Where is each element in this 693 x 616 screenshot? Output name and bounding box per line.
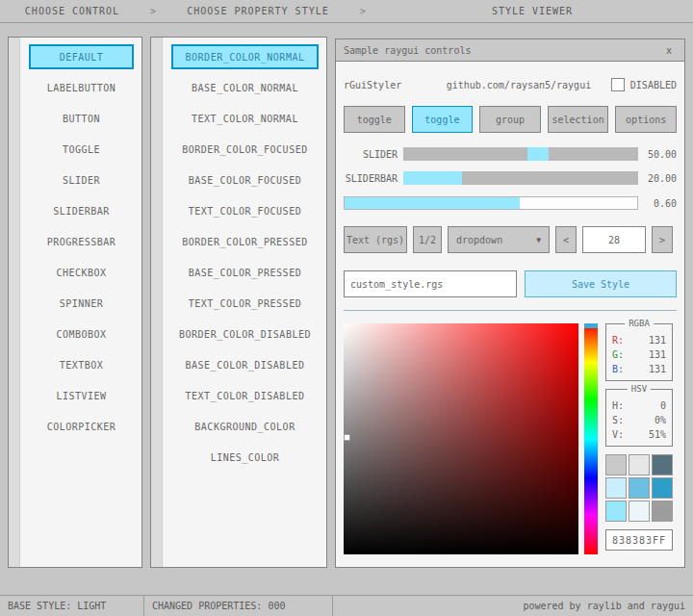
rgba-title: RGBA: [625, 319, 654, 328]
window-title: Sample raygui controls: [344, 45, 471, 56]
controls-list-panel: DEFAULT LABELBUTTON BUTTON TOGGLE SLIDER…: [8, 37, 142, 568]
color-selector-marker[interactable]: [344, 434, 350, 441]
toggle-group-item-4[interactable]: options: [615, 106, 677, 133]
spinner-decrement-button[interactable]: <: [555, 226, 577, 253]
hue-value: 0: [660, 398, 666, 413]
palette-swatch[interactable]: [652, 477, 673, 499]
status-powered-by: powered by raylib and raygui: [333, 596, 693, 616]
hue-bar[interactable]: [584, 323, 598, 554]
spinner-increment-button[interactable]: >: [652, 226, 673, 253]
control-item-button[interactable]: BUTTON: [29, 106, 134, 131]
value-label: V:: [612, 427, 624, 442]
half-toggle-button[interactable]: 1/2: [413, 226, 442, 253]
progressbar-value: 0.60: [638, 198, 677, 209]
controls-list-scrollbar[interactable]: [9, 38, 20, 567]
control-item-textbox[interactable]: TEXTBOX: [29, 352, 134, 377]
hex-color-value-box[interactable]: 838383FF: [605, 529, 673, 551]
control-item-sliderbar[interactable]: SLIDERBAR: [29, 198, 134, 223]
control-item-toggle[interactable]: TOGGLE: [29, 137, 134, 162]
red-value: 131: [649, 333, 666, 347]
chevron-right-icon: >: [144, 6, 162, 16]
green-value: 131: [649, 347, 666, 362]
palette-swatch[interactable]: [629, 454, 650, 475]
progressbar-fill: [345, 197, 520, 209]
slider-value: 50.00: [638, 149, 677, 160]
saturation-value: 0%: [654, 413, 666, 427]
window-title-bar[interactable]: Sample raygui controls x: [336, 39, 684, 62]
slider-track[interactable]: [403, 147, 638, 161]
palette-swatch[interactable]: [652, 500, 673, 522]
palette-swatch[interactable]: [605, 477, 627, 499]
hsv-groupbox: HSV H:0 S:0% V:51%: [605, 389, 673, 447]
text-rgs-button[interactable]: Text (rgs): [344, 226, 407, 253]
app-name-label: rGuiStyler: [344, 80, 426, 90]
control-item-combobox[interactable]: COMBOBOX: [29, 321, 134, 346]
palette-swatch[interactable]: [605, 454, 627, 475]
sliderbar-fill: [403, 171, 462, 185]
palette-swatch[interactable]: [605, 500, 627, 522]
sample-controls-window: Sample raygui controls x rGuiStyler gith…: [335, 38, 685, 568]
control-item-listview[interactable]: LISTVIEW: [29, 383, 134, 408]
close-icon[interactable]: x: [661, 45, 677, 56]
dropdown-label: dropdown: [456, 235, 502, 245]
property-item-text-color-normal[interactable]: TEXT_COLOR_NORMAL: [171, 106, 319, 131]
toggle-group: toggle toggle group selection options: [344, 106, 677, 133]
chevron-right-icon: >: [354, 6, 372, 16]
spinner-value-box[interactable]: 28: [582, 226, 646, 253]
dropdown-box[interactable]: dropdown ▼: [448, 226, 550, 253]
toggle-group-item-3[interactable]: selection: [548, 106, 609, 133]
property-item-text-color-focused[interactable]: TEXT_COLOR_FOCUSED: [171, 198, 319, 223]
step-choose-control: CHOOSE CONTROL: [0, 6, 144, 16]
disabled-checkbox[interactable]: [611, 78, 625, 91]
properties-list-panel: BORDER_COLOR_NORMAL BASE_COLOR_NORMAL TE…: [150, 37, 327, 568]
property-item-background-color[interactable]: BACKGROUND_COLOR: [171, 414, 319, 439]
control-item-spinner[interactable]: SPINNER: [29, 291, 134, 316]
sliderbar-value: 20.00: [638, 173, 677, 184]
filename-input[interactable]: custom_style.rgs: [344, 270, 517, 297]
hsv-title: HSV: [628, 384, 651, 394]
step-style-viewer: STYLE VIEWER: [372, 6, 693, 16]
property-item-border-color-normal[interactable]: BORDER_COLOR_NORMAL: [171, 44, 319, 69]
palette-swatch[interactable]: [652, 454, 673, 475]
control-item-default[interactable]: DEFAULT: [29, 44, 134, 69]
blue-value: 131: [649, 362, 666, 376]
sliderbar-track[interactable]: [403, 171, 638, 185]
save-style-button[interactable]: Save Style: [525, 270, 677, 297]
toggle-group-item-2[interactable]: group: [479, 106, 541, 133]
sliderbar-label: SLIDERBAR: [344, 173, 403, 184]
property-item-text-color-pressed[interactable]: TEXT_COLOR_PRESSED: [171, 291, 319, 316]
property-item-border-color-pressed[interactable]: BORDER_COLOR_PRESSED: [171, 229, 319, 254]
rgba-groupbox: RGBA R:131 G:131 B:131: [605, 323, 673, 381]
property-item-base-color-disabled[interactable]: BASE_COLOR_DISABLED: [171, 352, 319, 377]
red-label: R:: [612, 333, 624, 347]
control-item-colorpicker[interactable]: COLORPICKER: [29, 414, 134, 439]
saturation-label: S:: [612, 413, 624, 427]
properties-list: BORDER_COLOR_NORMAL BASE_COLOR_NORMAL TE…: [164, 38, 326, 567]
blue-label: B:: [612, 362, 624, 376]
property-item-border-color-disabled[interactable]: BORDER_COLOR_DISABLED: [171, 321, 319, 346]
property-item-base-color-focused[interactable]: BASE_COLOR_FOCUSED: [171, 167, 319, 192]
green-label: G:: [612, 347, 624, 362]
control-item-checkbox[interactable]: CHECKBOX: [29, 260, 134, 285]
status-changed-properties: CHANGED PROPERTIES: 000: [144, 596, 333, 616]
disabled-checkbox-group: DISABLED: [611, 78, 677, 91]
property-item-base-color-normal[interactable]: BASE_COLOR_NORMAL: [171, 75, 319, 100]
property-item-text-color-disabled[interactable]: TEXT_COLOR_DISABLED: [171, 383, 319, 408]
property-item-border-color-focused[interactable]: BORDER_COLOR_FOCUSED: [171, 137, 319, 162]
properties-list-scrollbar[interactable]: [151, 38, 163, 567]
hue-label: H:: [612, 398, 624, 413]
toggle-group-item-1-active[interactable]: toggle: [412, 106, 474, 133]
control-item-labelbutton[interactable]: LABELBUTTON: [29, 75, 134, 100]
control-item-slider[interactable]: SLIDER: [29, 167, 134, 192]
color-saturation-value-square[interactable]: [344, 323, 578, 554]
property-item-lines-color[interactable]: LINES_COLOR: [171, 445, 319, 470]
hue-cursor[interactable]: [584, 323, 598, 328]
palette-swatch[interactable]: [629, 500, 650, 522]
palette-swatch[interactable]: [629, 477, 650, 499]
repo-link[interactable]: github.com/raysan5/raygui: [426, 80, 611, 90]
control-item-progressbar[interactable]: PROGRESSBAR: [29, 229, 134, 254]
status-bar: BASE STYLE: LIGHT CHANGED PROPERTIES: 00…: [0, 595, 693, 616]
property-item-base-color-pressed[interactable]: BASE_COLOR_PRESSED: [171, 260, 319, 285]
toggle-group-item-0[interactable]: toggle: [344, 106, 405, 133]
slider-handle[interactable]: [527, 147, 549, 161]
